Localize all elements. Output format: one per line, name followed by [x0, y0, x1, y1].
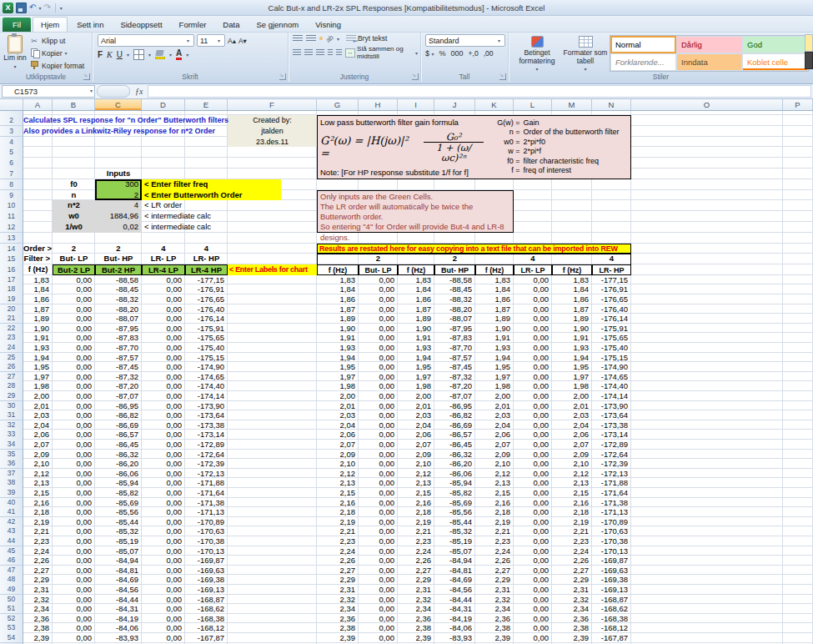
cell-M39[interactable]: 2,15	[552, 488, 592, 498]
cell-M17[interactable]: 1,83	[552, 275, 592, 285]
cell-J39[interactable]: -85,82	[434, 488, 475, 498]
cell-E26[interactable]: -174,90	[185, 362, 228, 372]
cell-G52[interactable]: 2,36	[317, 614, 359, 624]
cell-C29[interactable]: -87,07	[95, 391, 142, 401]
cell-C21[interactable]: -88,07	[95, 314, 142, 324]
series-header-But2LP[interactable]: But-2 LP	[53, 264, 95, 275]
cell-I54[interactable]: 2,39	[398, 633, 434, 643]
cell-D33[interactable]: 0,00	[142, 430, 185, 440]
row-header-20[interactable]: 20	[0, 304, 23, 314]
cell-K21[interactable]: 1,89	[475, 314, 514, 324]
cell-C52[interactable]: -84,19	[95, 614, 142, 624]
cell-D37[interactable]: 0,00	[142, 469, 185, 479]
cell-D27[interactable]: 0,00	[142, 372, 185, 382]
cell-style-god[interactable]: God	[742, 36, 808, 53]
row-header-34[interactable]: 34	[0, 440, 23, 450]
format-as-table-button[interactable]: Formater som tabell▾	[561, 34, 610, 72]
insert-function-icon[interactable]: ƒx	[132, 87, 146, 96]
cell-C39[interactable]: -85,82	[95, 488, 142, 498]
cell-E23[interactable]: -175,65	[185, 333, 228, 343]
column-header-L[interactable]: L	[514, 99, 552, 110]
orientation-button[interactable]: ab	[324, 33, 335, 44]
cell-J43[interactable]: -85,32	[434, 526, 475, 536]
cell-D49[interactable]: 0,00	[142, 585, 185, 595]
cell-L19[interactable]: 0,00	[514, 294, 552, 304]
cell-D36[interactable]: 0,00	[142, 459, 185, 469]
cell-G53[interactable]: 2,38	[317, 623, 359, 633]
cell-G50[interactable]: 2,32	[317, 595, 359, 605]
row-header-43[interactable]: 43	[0, 526, 23, 536]
cell-C25[interactable]: -87,57	[95, 353, 142, 363]
cell-C42[interactable]: -85,44	[95, 517, 142, 527]
cell-H36[interactable]: 0,00	[359, 459, 398, 469]
cell-H38[interactable]: 0,00	[359, 478, 398, 488]
row-header-46[interactable]: 46	[0, 556, 23, 566]
cell-E48[interactable]: -169,38	[185, 575, 228, 585]
freq-header[interactable]: f (Hz)	[23, 264, 53, 275]
cell-B23[interactable]: 0,00	[53, 333, 95, 343]
column-header-B[interactable]: B	[53, 99, 95, 110]
cell-J17[interactable]: -88,58	[434, 275, 475, 285]
tab-sett-inn[interactable]: Sett inn	[69, 18, 111, 32]
cell-L53[interactable]: 0,00	[514, 623, 552, 633]
cell-K26[interactable]: 1,95	[475, 362, 514, 372]
cell-M38[interactable]: 2,13	[552, 478, 592, 488]
row-header-6[interactable]: 6	[0, 158, 23, 169]
cell-E39[interactable]: -171,64	[185, 488, 228, 498]
cell-L23[interactable]: 0,00	[514, 333, 552, 343]
cell-D25[interactable]: 0,00	[142, 353, 185, 363]
row-header-5[interactable]: 5	[0, 147, 23, 158]
cell-E49[interactable]: -169,13	[185, 585, 228, 595]
cell-I26[interactable]: 1,95	[398, 362, 434, 372]
cell-N52[interactable]: -168,38	[592, 614, 631, 624]
decrease-decimal-button[interactable]: ,00	[484, 49, 494, 58]
comma-format-button[interactable]: 000	[451, 49, 464, 58]
cell-G49[interactable]: 2,31	[317, 585, 359, 595]
cell-I27[interactable]: 1,97	[398, 372, 434, 382]
cell-G51[interactable]: 2,34	[317, 604, 359, 614]
cell-N47[interactable]: -169,63	[592, 566, 631, 576]
cell-N48[interactable]: -169,38	[592, 575, 631, 585]
cell-J22[interactable]: -87,95	[434, 324, 475, 334]
cell-C36[interactable]: -86,20	[95, 459, 142, 469]
cell-H20[interactable]: 0,00	[359, 304, 398, 314]
input-value-1w0[interactable]: 0,02	[95, 222, 142, 233]
cell-I48[interactable]: 2,29	[398, 575, 434, 585]
cell-H26[interactable]: 0,00	[359, 362, 398, 372]
cell-J33[interactable]: -86,57	[434, 430, 475, 440]
merge-center-button[interactable]: ↔Slå sammen og midtstill▾	[345, 45, 418, 60]
cell-L38[interactable]: 0,00	[514, 478, 552, 488]
input-label-n2[interactable]: n*2	[53, 200, 95, 211]
cell-D43[interactable]: 0,00	[142, 526, 185, 536]
cell-C22[interactable]: -87,95	[95, 324, 142, 334]
cell-A27[interactable]: 1,97	[23, 372, 53, 382]
cell-G22[interactable]: 1,90	[317, 324, 359, 334]
cell-D46[interactable]: 0,00	[142, 556, 185, 566]
cell-D34[interactable]: 0,00	[142, 440, 185, 450]
order-value[interactable]: 4	[185, 244, 228, 254]
cell-C32[interactable]: -86,69	[95, 420, 142, 430]
sheet-title-line2[interactable]: Also provides a Linkwitz-Riley response …	[23, 126, 228, 137]
font-dialog-launcher[interactable]: ↘	[279, 73, 286, 80]
cell-L50[interactable]: 0,00	[514, 595, 552, 605]
cell-A17[interactable]: 1,83	[23, 275, 53, 285]
cell-K24[interactable]: 1,93	[475, 343, 514, 353]
cell-B52[interactable]: 0,00	[53, 614, 95, 624]
column-header-M[interactable]: M	[552, 99, 592, 110]
cell-A29[interactable]: 2,00	[23, 391, 53, 401]
cell-M30[interactable]: 2,01	[552, 401, 592, 411]
cell-N28[interactable]: -174,40	[592, 381, 631, 391]
right-order-value[interactable]: 2	[359, 254, 398, 264]
cell-A24[interactable]: 1,93	[23, 343, 53, 353]
cell-M48[interactable]: 2,29	[552, 575, 592, 585]
cell-G40[interactable]: 2,16	[317, 498, 359, 508]
cell-M35[interactable]: 2,09	[552, 450, 592, 460]
cell-L54[interactable]: 0,00	[514, 633, 552, 643]
cell-L35[interactable]: 0,00	[514, 450, 552, 460]
input-label-w0[interactable]: w0	[53, 211, 95, 222]
cell-L33[interactable]: 0,00	[514, 430, 552, 440]
cell-K29[interactable]: 2,00	[475, 391, 514, 401]
cell-C18[interactable]: -88,45	[95, 284, 142, 294]
cell-M37[interactable]: 2,12	[552, 469, 592, 479]
cell-L49[interactable]: 0,00	[514, 585, 552, 595]
